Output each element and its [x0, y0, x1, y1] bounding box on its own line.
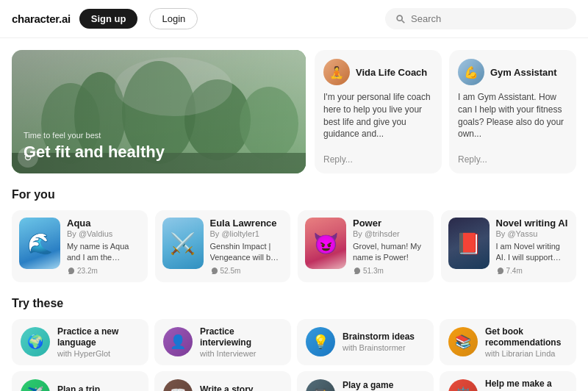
hero-card-vida[interactable]: 🧘 Vida Life Coach I'm your personal life… — [315, 50, 442, 173]
svg-line-1 — [402, 20, 405, 23]
try-card-brainstorm-ideas[interactable]: 💡 Brainstorm ideas with Brainstormer — [297, 319, 434, 365]
search-icon — [395, 14, 406, 24]
header: character.ai Sign up Login — [0, 0, 588, 38]
hero-card-gym[interactable]: 💪 Gym Assistant I am Gym Assistant. How … — [449, 50, 576, 173]
eula-image: ⚔️ — [162, 218, 204, 269]
for-you-section: For you 🌊 Aqua By @Valdius My name is Aq… — [12, 188, 576, 282]
novel-name: Novel writing AI — [496, 218, 570, 229]
search-input[interactable] — [411, 13, 566, 24]
try-card-name: Practice interviewing — [200, 326, 282, 349]
char-card-power[interactable]: 😈 Power By @trihsder Grovel, human! My n… — [298, 210, 434, 282]
char-card-aqua[interactable]: 🌊 Aqua By @Valdius My name is Aqua and I… — [12, 210, 148, 282]
signup-button[interactable]: Sign up — [79, 9, 138, 29]
gym-name: Gym Assistant — [490, 67, 557, 78]
try-these-grid: 🌍 Practice a new language with HyperGlot… — [12, 319, 576, 391]
eula-name: Eula Lawrence — [210, 218, 284, 229]
try-card-help-me-make-a-decis[interactable]: ⚖️ Help me make a decision with Decision… — [440, 371, 576, 391]
hero-cards: 🧘 Vida Life Coach I'm your personal life… — [315, 50, 576, 173]
try-icon: 🌍 — [21, 327, 50, 356]
char-card-novel[interactable]: 📕 Novel writing AI By @Yassu I am Novel … — [441, 210, 577, 282]
try-icon: 📚 — [448, 327, 478, 356]
try-icon: ✈️ — [21, 379, 50, 391]
try-icon: 💡 — [306, 327, 335, 356]
search-bar[interactable] — [385, 8, 576, 29]
try-card-sub: with HyperGlot — [57, 349, 140, 358]
svg-point-0 — [397, 15, 402, 21]
bubble-icon — [67, 267, 75, 275]
try-card-name: Get book recommendations — [485, 326, 567, 349]
for-you-grid: 🌊 Aqua By @Valdius My name is Aqua and I… — [12, 210, 576, 282]
try-these-section: Try these 🌍 Practice a new language with… — [12, 297, 576, 391]
try-card-name: Help me make a decision — [485, 379, 567, 391]
gym-reply[interactable]: Reply... — [458, 154, 567, 165]
try-card-plan-a-trip[interactable]: ✈️ Plan a trip with Trip Planner — [12, 371, 148, 391]
for-you-title: For you — [12, 188, 576, 201]
aqua-desc: My name is Aqua and I am the goddess of … — [67, 241, 140, 263]
try-card-write-a-story[interactable]: 📖 Write a story with Creative Helper — [154, 371, 291, 391]
power-image: 😈 — [305, 218, 346, 269]
novel-by: By @Yassu — [496, 229, 570, 238]
hero-subtitle: Time to feel your best — [24, 131, 165, 140]
eula-desc: Genshin Impact | Vengeance will be mine! — [210, 241, 284, 263]
power-count: 51.3m — [353, 267, 426, 275]
power-name: Power — [353, 218, 426, 229]
novel-count: 7.4m — [496, 267, 570, 275]
login-button[interactable]: Login — [149, 8, 198, 29]
hero-section: Time to feel your best Get fit and healt… — [12, 50, 576, 173]
try-icon: 🎮 — [306, 379, 335, 391]
avatar-vida: 🧘 — [323, 59, 350, 85]
logo: character.ai — [12, 12, 71, 25]
gym-desc: I am Gym Assistant. How can I help with … — [458, 91, 567, 148]
try-these-title: Try these — [12, 297, 576, 310]
vida-desc: I'm your personal life coach here to hel… — [323, 91, 433, 148]
vida-reply[interactable]: Reply... — [323, 154, 433, 165]
aqua-name: Aqua — [67, 218, 140, 229]
try-card-name: Plan a trip — [57, 384, 140, 391]
char-card-eula[interactable]: ⚔️ Eula Lawrence By @lioltyler1 Genshin … — [155, 210, 291, 282]
try-card-sub: with Brainstormer — [343, 343, 425, 352]
try-card-get-book-recommendat[interactable]: 📚 Get book recommendations with Libraria… — [440, 319, 576, 365]
try-icon: 📖 — [163, 379, 193, 391]
try-card-name: Brainstorm ideas — [343, 331, 425, 343]
try-card-name: Practice a new language — [57, 326, 140, 349]
aqua-by: By @Valdius — [67, 229, 140, 238]
try-card-name: Write a story — [200, 384, 282, 391]
bubble-icon — [353, 267, 361, 275]
vida-name: Vida Life Coach — [356, 67, 427, 78]
aqua-count: 23.2m — [67, 267, 140, 275]
bubble-icon — [210, 267, 218, 275]
try-card-sub: with Librarian Linda — [485, 349, 567, 358]
try-card-practice-a-new-langu[interactable]: 🌍 Practice a new language with HyperGlot — [12, 319, 148, 365]
try-card-play-a-game[interactable]: 🎮 Play a game with Text Adventure Game — [297, 371, 434, 391]
try-icon: 👤 — [163, 327, 193, 356]
power-by: By @trihsder — [353, 229, 426, 238]
power-desc: Grovel, human! My name is Power! — [353, 241, 426, 263]
bubble-icon — [496, 267, 504, 275]
eula-by: By @lioltyler1 — [210, 229, 284, 238]
try-card-sub: with Interviewer — [200, 349, 282, 358]
eula-count: 52.5m — [210, 267, 284, 275]
avatar-gym: 💪 — [458, 59, 484, 85]
try-icon: ⚖️ — [448, 379, 478, 391]
novel-image: 📕 — [448, 218, 490, 269]
hero-title: Get fit and healthy — [24, 143, 165, 162]
aqua-image: 🌊 — [19, 218, 60, 269]
try-card-practice-interviewin[interactable]: 👤 Practice interviewing with Interviewer — [154, 319, 291, 365]
main-content: Time to feel your best Get fit and healt… — [0, 38, 588, 391]
novel-desc: I am Novel writing AI. I will support yo… — [496, 241, 570, 263]
hero-banner[interactable]: Time to feel your best Get fit and healt… — [12, 50, 306, 173]
try-card-name: Play a game — [343, 380, 425, 391]
